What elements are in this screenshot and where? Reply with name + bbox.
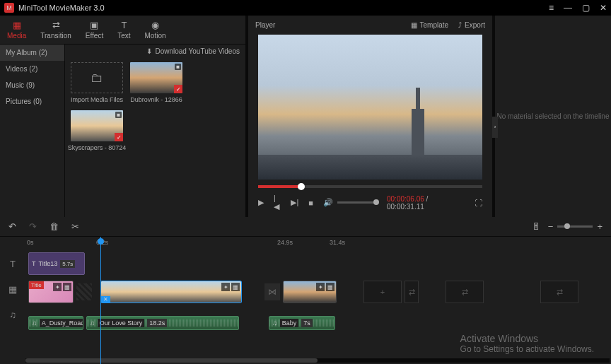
empty-clip-slot[interactable]: ⇄ [405,281,419,303]
settings-icon[interactable]: ▦ [231,283,240,291]
motion-icon: ◉ [151,20,159,30]
empty-clip-slot[interactable]: ⇄ [446,281,484,303]
sidebar-item-album[interactable]: My Album (2) [0,45,64,61]
properties-panel: › No material selected on the timeline [495,16,611,217]
media-thumb[interactable]: ■✓ Skyscrapers - 80724 [71,110,123,151]
video-badge-icon: ■ [115,112,122,118]
fx-icon[interactable]: ✦ [221,283,230,291]
settings-icon[interactable]: ▦ [63,283,71,291]
video-track-icon: ▦ [0,276,25,302]
download-icon: ⬇ [146,47,152,55]
template-button[interactable]: ▦Template [411,21,449,29]
prev-frame-button[interactable]: |◀ [274,194,281,211]
fullscreen-button[interactable]: ⛶ [475,199,482,207]
text-track[interactable]: T Title13 5.7s [25,251,611,276]
video-clip[interactable]: ✕ ✦▦ [100,281,242,303]
transition-slot[interactable]: ⋈ [264,283,280,300]
tab-motion[interactable]: ◉Motion [138,16,173,44]
volume-icon[interactable]: 🔊 [323,198,333,207]
timeline-scrollbar[interactable] [25,358,610,363]
delete-button[interactable]: 🗑 [50,221,59,232]
audio-track-icon: ♫ [0,302,25,327]
tab-transition[interactable]: ⇄Transition [33,16,78,44]
zoom-out-button[interactable]: − [548,221,554,232]
settings-icon[interactable]: ▦ [326,283,334,291]
folder-icon: 🗀 [91,71,103,86]
fx-icon[interactable]: ✦ [316,283,325,291]
empty-clip-slot[interactable]: ⇄ [540,281,578,303]
media-icon: ▦ [13,20,21,30]
play-button[interactable]: ▶ [258,198,264,207]
playhead[interactable] [100,237,101,364]
app-logo-icon: M [4,3,14,13]
timeline: ↶ ↷ 🗑 ✂ 🎚 − + T ▦ ♫ 0s 6.2s 24.9s 31.4s [0,217,611,364]
video-clip-title[interactable]: Title ✦▦ [28,281,74,303]
panel-collapse-button[interactable]: › [492,117,498,138]
video-clip[interactable]: ✦▦ [283,281,337,303]
app-title: MiniTool MovieMaker 3.0 [18,4,105,12]
undo-button[interactable]: ↶ [8,221,16,232]
used-check-icon: ✓ [115,133,123,141]
time-ruler[interactable]: 0s 6.2s 24.9s 31.4s [25,237,611,251]
text-clip-icon: T [32,260,36,267]
import-media-button[interactable]: 🗀 Import Media Files [71,62,123,103]
tab-media[interactable]: ▦Media [0,16,33,44]
sidebar-item-videos[interactable]: Videos (2) [0,61,64,77]
clip-close-button[interactable]: ✕ [101,296,110,303]
maximize-icon[interactable]: ▢ [582,3,590,13]
tab-effect[interactable]: ▣Effect [78,16,110,44]
music-icon: ♫ [32,319,37,327]
transition-slot[interactable] [76,283,92,300]
media-thumb[interactable]: ■✓ Dubrovnik - 12866 [130,62,182,103]
seek-thumb[interactable] [298,183,305,190]
transition-icon: ⇄ [52,20,60,30]
audio-clip[interactable]: ♫ A_Dusty_Road 5.… [28,316,83,330]
no-selection-message: No material selected on the timeline [497,112,610,120]
media-sidebar: My Album (2) Videos (2) Music (9) Pictur… [0,45,65,217]
text-track-icon: T [0,251,25,276]
effect-icon: ▣ [90,20,98,30]
player-panel: Player ▦Template ⤴Export ▶ |◀ ▶| ■ 🔊 00:… [248,16,492,217]
close-icon[interactable]: ✕ [600,3,607,13]
music-icon: ♫ [90,319,95,327]
tab-text[interactable]: TText [110,16,137,44]
audio-settings-icon[interactable]: 🎚 [532,221,541,232]
template-icon: ▦ [411,21,417,29]
volume-slider[interactable] [337,201,377,204]
time-display: 00:00:06.06 / 00:00:31.11 [387,195,465,211]
sidebar-item-music[interactable]: Music (9) [0,77,64,93]
stop-button[interactable]: ■ [308,199,313,207]
player-title: Player [255,21,275,29]
video-badge-icon: ■ [175,64,181,70]
video-track[interactable]: Title ✦▦ ✕ ✦▦ ⋈ ✦▦ + ⇄ ⇄ ⇄ [25,279,611,305]
zoom-slider[interactable] [557,225,593,228]
export-button[interactable]: ⤴Export [458,21,485,29]
menu-icon[interactable]: ≡ [549,3,554,13]
audio-clip[interactable]: ♫ Baby 7s [269,316,335,330]
used-check-icon: ✓ [174,85,182,93]
text-icon: T [121,20,127,30]
empty-clip-slot[interactable]: + [363,281,402,303]
title-bar: M MiniTool MovieMaker 3.0 ≡ — ▢ ✕ [0,0,611,16]
audio-track[interactable]: ♫ A_Dusty_Road 5.… ♫ Our Love Story 18.2… [25,315,611,331]
title-clip[interactable]: T Title13 5.7s [28,252,85,275]
seek-bar[interactable] [258,185,482,188]
minimize-icon[interactable]: — [564,3,572,13]
video-preview[interactable] [258,35,482,180]
redo-button[interactable]: ↷ [29,221,37,232]
next-frame-button[interactable]: ▶| [291,198,298,207]
zoom-in-button[interactable]: + [597,221,603,232]
export-icon: ⤴ [458,21,462,29]
music-icon: ♫ [272,319,277,327]
audio-clip[interactable]: ♫ Our Love Story 18.2s [86,316,239,330]
fx-icon[interactable]: ✦ [53,283,62,291]
download-youtube-link[interactable]: ⬇Download YouTube Videos [146,47,240,55]
split-button[interactable]: ✂ [71,221,79,232]
sidebar-item-pictures[interactable]: Pictures (0) [0,93,64,110]
tool-tabs: ▦Media ⇄Transition ▣Effect TText ◉Motion [0,16,245,45]
media-panel: ▦Media ⇄Transition ▣Effect TText ◉Motion… [0,16,245,217]
